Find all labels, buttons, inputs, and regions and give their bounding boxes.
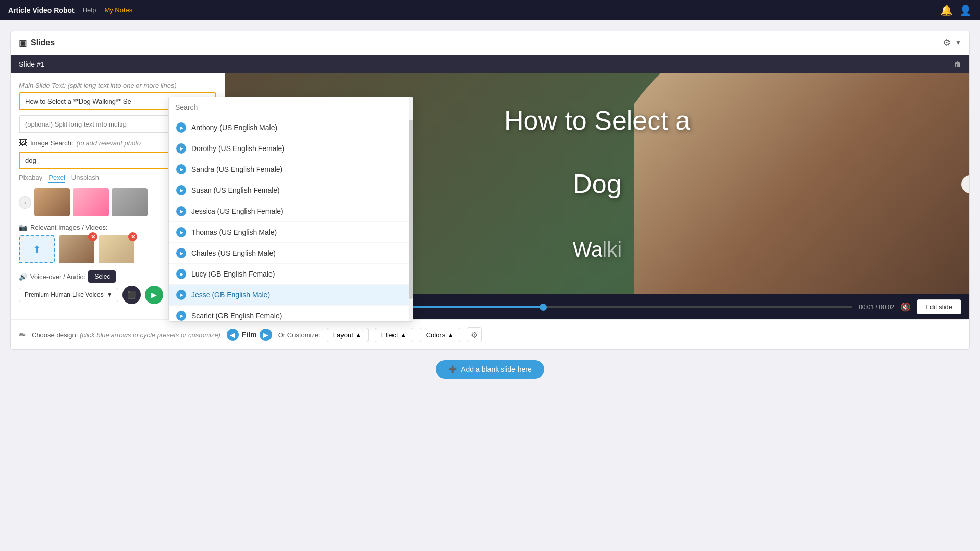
slides-title: Slides	[19, 38, 55, 48]
effect-label: Effect	[381, 331, 398, 339]
slides-header: Slides ▼	[10, 31, 970, 55]
voice-item-label: Thomas (US English Male)	[191, 228, 277, 236]
image-search-hint: (to add relevant photo	[77, 139, 141, 147]
voice-list-item[interactable]: Scarlet (GB English Female)	[169, 306, 413, 321]
top-nav: Article Video Robot Help My Notes 🔔 👤	[0, 0, 980, 20]
relevant-image-1[interactable]: ✕	[59, 235, 94, 263]
design-section: Choose design: (click blue arrows to cyc…	[11, 319, 969, 349]
voice-list-item[interactable]: Susan (US English Female)	[169, 180, 413, 201]
voice-dropdown-overlay: Anthony (US English Male)Dorothy (US Eng…	[168, 97, 413, 322]
voice-list-item[interactable]: Dorothy (US English Female)	[169, 138, 413, 159]
colors-label: Colors	[426, 331, 446, 339]
voice-item-label: Susan (US English Female)	[191, 186, 280, 194]
voice-play-icon	[176, 311, 186, 321]
voice-list-item[interactable]: Charles (US English Male)	[169, 243, 413, 264]
slide-card: Slide #1 Main Slide Text: (split long te…	[10, 55, 970, 350]
thumb-prev[interactable]: ‹	[19, 196, 31, 209]
main-area: Slides ▼ Slide #1 Main Slide Text: (spli…	[0, 20, 980, 551]
add-slide-section: ➕ Add a blank slide here	[10, 350, 970, 389]
slides-title-text: Slides	[31, 38, 55, 47]
settings-dropdown-arrow[interactable]: ▼	[955, 39, 961, 46]
voice-item-label: Jesse (GB English Male)	[191, 291, 270, 299]
voice-list-item[interactable]: Lucy (GB English Female)	[169, 264, 413, 285]
tab-unsplash[interactable]: Unsplash	[71, 173, 99, 183]
voice-play-icon	[176, 164, 186, 174]
film-next-btn[interactable]: ▶	[260, 329, 272, 341]
main-text-label: Main Slide Text:	[19, 82, 66, 89]
slides-settings-icon[interactable]	[943, 37, 951, 48]
design-hint-text: (click blue arrows to cycle presets or c…	[80, 331, 220, 339]
voice-list-item[interactable]: Jesse (GB English Male)	[169, 285, 413, 306]
upload-image-btn[interactable]: ⬆	[19, 235, 55, 263]
voice-stop-btn[interactable]: ⬛	[122, 286, 141, 304]
voice-item-label: Dorothy (US English Female)	[191, 144, 284, 153]
mute-icon[interactable]: 🔇	[900, 302, 911, 312]
preview-text: How to Select aDogWalki	[504, 105, 690, 264]
thumbnail-3[interactable]	[112, 188, 148, 216]
relevant-image-2[interactable]: ✕	[99, 235, 134, 263]
speaker-icon: 🔊	[19, 273, 27, 281]
layout-dropdown-btn[interactable]: Layout ▲	[327, 328, 369, 342]
thumbnail-1[interactable]	[34, 188, 70, 216]
colors-arrow: ▲	[447, 331, 454, 339]
user-icon[interactable]: 👤	[959, 4, 972, 16]
dropdown-search-area	[169, 97, 413, 117]
relevant-images-text: Relevant Images / Videos:	[30, 223, 108, 231]
time-label: 00:01 / 00:02	[859, 304, 894, 311]
film-prev-btn[interactable]: ◀	[227, 329, 239, 341]
voice-item-label: Jessica (US English Female)	[191, 207, 283, 215]
slide-number-label: Slide #1	[19, 60, 45, 68]
slide-content: Main Slide Text: (split long text into o…	[11, 73, 969, 319]
add-slide-plus-icon: ➕	[448, 365, 457, 373]
relevant-images-icon: 📷	[19, 223, 27, 231]
notification-icon[interactable]: 🔔	[940, 4, 953, 16]
voice-play-icon	[176, 206, 186, 216]
slides-icon	[19, 38, 27, 48]
add-slide-btn[interactable]: ➕ Add a blank slide here	[436, 360, 544, 379]
voice-play-icon	[176, 227, 186, 237]
layout-arrow: ▲	[355, 331, 362, 339]
voice-play-icon	[176, 290, 186, 300]
voice-play-icon	[176, 143, 186, 154]
nav-logo: Article Video Robot	[8, 6, 75, 14]
voice-item-label: Scarlet (GB English Female)	[191, 312, 282, 320]
voice-item-label: Lucy (GB English Female)	[191, 270, 275, 278]
voice-list-item[interactable]: Anthony (US English Male)	[169, 117, 413, 138]
voice-list-item[interactable]: Sandra (US English Female)	[169, 159, 413, 180]
voice-item-label: Anthony (US English Male)	[191, 123, 277, 132]
slide-card-header: Slide #1	[11, 55, 969, 73]
design-label: Choose design: (click blue arrows to cyc…	[32, 331, 220, 339]
voice-play-btn[interactable]: ▶	[145, 286, 163, 304]
select-voice-btn[interactable]: Selec	[88, 270, 116, 283]
design-label-text: Choose design:	[32, 331, 78, 339]
voice-list: Anthony (US English Male)Dorothy (US Eng…	[169, 117, 413, 321]
voice-list-item[interactable]: Thomas (US English Male)	[169, 222, 413, 243]
nav-link-mynotes[interactable]: My Notes	[104, 6, 132, 14]
voice-item-label: Charles (US English Male)	[191, 249, 276, 257]
design-pencil-icon	[19, 330, 26, 340]
tab-pexel[interactable]: Pexel	[48, 173, 65, 183]
effect-dropdown-btn[interactable]: Effect ▲	[375, 328, 413, 342]
customize-label: Or Customize:	[278, 331, 321, 339]
voice-play-icon	[176, 248, 186, 258]
edit-slide-btn[interactable]: Edit slide	[917, 299, 961, 314]
voice-dropdown-label: Premium Human-Like Voices	[24, 291, 104, 298]
main-text-hint: (split long text into one or more lines)	[68, 82, 177, 89]
voice-dropdown[interactable]: Premium Human-Like Voices ▼	[19, 288, 118, 302]
delete-slide-icon[interactable]	[954, 60, 961, 68]
design-settings-btn[interactable]: ⚙	[467, 327, 482, 342]
voice-search-input[interactable]	[175, 103, 407, 111]
voice-list-item[interactable]: Jessica (US English Female)	[169, 201, 413, 222]
voice-play-icon	[176, 185, 186, 195]
thumbnail-2[interactable]	[73, 188, 109, 216]
film-label: Film	[242, 331, 257, 339]
remove-image-2[interactable]: ✕	[128, 232, 137, 241]
nav-link-help[interactable]: Help	[83, 6, 96, 14]
effect-arrow: ▲	[400, 331, 407, 339]
colors-dropdown-btn[interactable]: Colors ▲	[420, 328, 460, 342]
progress-thumb[interactable]	[540, 304, 547, 311]
remove-image-1[interactable]: ✕	[88, 232, 97, 241]
image-search-label: Image Search:	[30, 139, 74, 147]
tab-pixabay[interactable]: Pixabay	[19, 173, 42, 183]
main-text-field-label: Main Slide Text: (split long text into o…	[19, 82, 216, 89]
